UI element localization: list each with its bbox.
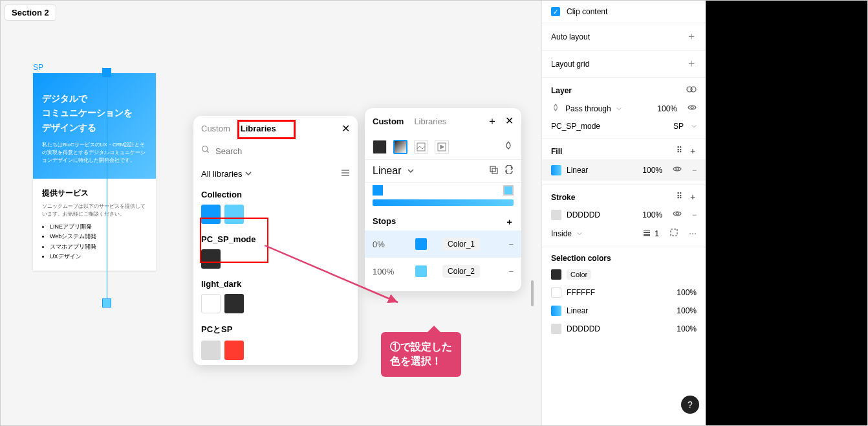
- search-input[interactable]: [215, 146, 350, 156]
- gradient-slider[interactable]: [365, 183, 521, 210]
- gradient-stop-right[interactable]: [503, 185, 514, 196]
- stop-name[interactable]: Color_1: [442, 238, 480, 251]
- hero-description: 私たちはBtoCサービスのUX・CRM設計とその実現を得意とするデジタルコミュニ…: [42, 141, 147, 164]
- lib-section-title: PCとSP: [201, 324, 350, 335]
- swatch[interactable]: [201, 294, 221, 313]
- section-tag[interactable]: Section 2: [5, 5, 56, 21]
- close-icon[interactable]: ✕: [342, 122, 350, 135]
- clip-content-row[interactable]: ✓ Clip content: [542, 1, 706, 23]
- body-section: 提供サービス ソニックムーブは以下のサービスを提供しています。お気軽にご相談くだ…: [33, 179, 156, 271]
- remove-stop-icon[interactable]: −: [508, 240, 514, 249]
- blend-mode-icon[interactable]: [503, 140, 514, 153]
- service-list: LINEアプリ開発 Webシステム開発 スマホアプリ開発 UXデザイン: [42, 222, 147, 262]
- visibility-icon[interactable]: [673, 164, 682, 175]
- fill-swatch[interactable]: [551, 165, 561, 175]
- sp-frame[interactable]: デジタルで コミュニケーションを デザインする 私たちはBtoCサービスのUX・…: [33, 73, 156, 271]
- selection-handle-bottom[interactable]: [102, 298, 111, 308]
- body-description: ソニックムーブは以下のサービスを提供しています。お気軽にご相談ください。: [42, 203, 147, 218]
- swatch[interactable]: [201, 205, 221, 224]
- color-swatch[interactable]: [551, 306, 561, 316]
- help-button[interactable]: ?: [681, 396, 699, 414]
- layer-section: Layer: [542, 78, 706, 99]
- selection-colors-section: Selection colors: [542, 247, 706, 265]
- scrollbar[interactable]: [531, 280, 534, 306]
- color-swatch[interactable]: [551, 287, 561, 298]
- swatch[interactable]: [201, 341, 221, 360]
- fill-section: Fill ⠿ ＋: [542, 139, 706, 159]
- gradient-type-row[interactable]: Linear: [365, 159, 521, 183]
- swatch[interactable]: [224, 341, 244, 360]
- gradient-stop-left[interactable]: [373, 185, 383, 196]
- lib-section-pcsp: PCとSP: [193, 319, 358, 365]
- selection-line: [107, 73, 107, 304]
- stroke-color-row[interactable]: DDDDDD 100% −: [542, 205, 706, 224]
- hero-title: デジタルで コミュニケーションを デザインする: [42, 91, 147, 135]
- styles-icon[interactable]: ⠿: [677, 192, 682, 203]
- tab-custom[interactable]: Custom: [373, 117, 404, 126]
- lib-section-title: Collection: [201, 190, 350, 199]
- blend-mode-row[interactable]: Pass through 100%: [542, 99, 706, 118]
- more-icon[interactable]: ⋯: [689, 229, 697, 238]
- color-swatch[interactable]: [551, 269, 561, 280]
- swatch[interactable]: [224, 205, 244, 224]
- stroke-sides-icon[interactable]: [669, 228, 678, 239]
- stroke-settings-row[interactable]: Inside 1 ⋯: [542, 224, 706, 243]
- selection-handle-top[interactable]: [102, 68, 111, 77]
- checkbox-checked-icon[interactable]: ✓: [551, 7, 560, 16]
- rotate-icon[interactable]: [489, 165, 498, 177]
- flip-icon[interactable]: [505, 165, 514, 177]
- stop-swatch[interactable]: [415, 265, 427, 277]
- visibility-icon[interactable]: [673, 209, 682, 220]
- stroke-swatch[interactable]: [551, 210, 561, 220]
- frame-label[interactable]: SP: [33, 63, 43, 72]
- libraries-panel[interactable]: Custom Libraries ✕ All libraries Collect…: [193, 116, 358, 365]
- layout-grid-row[interactable]: Layout grid ＋: [542, 50, 706, 78]
- lib-section-lightdark: light_dark: [193, 274, 358, 319]
- blend-mode-icon: [551, 103, 560, 114]
- video-fill-icon[interactable]: [435, 140, 449, 154]
- stop-item[interactable]: 0% Color_1 −: [365, 230, 521, 258]
- remove-stroke-icon[interactable]: −: [692, 210, 697, 219]
- filter-row[interactable]: All libraries: [193, 163, 358, 185]
- color-swatch[interactable]: [551, 324, 561, 334]
- selection-color-row[interactable]: DDDDDD 100%: [542, 320, 706, 338]
- stop-item[interactable]: 100% Color_2 −: [365, 258, 521, 285]
- gradient-preview: [373, 199, 514, 206]
- image-fill-icon[interactable]: [414, 140, 428, 154]
- selection-color-row[interactable]: Color: [542, 265, 706, 284]
- styles-icon[interactable]: ⠿: [677, 146, 682, 157]
- plus-icon[interactable]: ＋: [487, 115, 497, 128]
- gradient-panel[interactable]: Custom Libraries ＋ ✕ Linear: [365, 108, 521, 291]
- swatch[interactable]: [201, 249, 221, 269]
- plus-icon[interactable]: ＋: [686, 57, 697, 71]
- selection-color-row[interactable]: FFFFFF 100%: [542, 284, 706, 302]
- remove-fill-icon[interactable]: −: [692, 166, 697, 175]
- gradient-fill-icon[interactable]: [393, 140, 407, 154]
- list-view-icon[interactable]: [341, 168, 350, 179]
- plus-icon[interactable]: ＋: [689, 146, 697, 157]
- tab-libraries[interactable]: Libraries: [241, 124, 276, 133]
- visibility-icon[interactable]: [688, 103, 697, 114]
- plus-icon[interactable]: ＋: [689, 192, 697, 203]
- selection-color-row[interactable]: Linear 100%: [542, 302, 706, 320]
- lib-section-title: light_dark: [201, 279, 350, 289]
- stop-percent[interactable]: 100%: [373, 267, 400, 276]
- layer-settings-icon[interactable]: [686, 84, 697, 96]
- tab-custom[interactable]: Custom: [201, 124, 230, 133]
- search-row: [193, 141, 358, 163]
- auto-layout-row[interactable]: Auto layout ＋: [542, 23, 706, 50]
- stop-swatch[interactable]: [415, 238, 427, 250]
- close-icon[interactable]: ✕: [505, 115, 514, 128]
- solid-fill-icon[interactable]: [373, 140, 387, 154]
- stop-name[interactable]: Color_2: [442, 265, 480, 278]
- fill-row[interactable]: Linear 100% −: [542, 159, 706, 181]
- chevron-down-icon: [577, 229, 582, 238]
- swatch[interactable]: [224, 294, 244, 313]
- tab-libraries[interactable]: Libraries: [414, 117, 446, 126]
- add-stop-icon[interactable]: ＋: [505, 216, 514, 228]
- lib-section-collection: Collection: [193, 185, 358, 229]
- variable-mode-row[interactable]: PC_SP_mode SP: [542, 118, 706, 139]
- plus-icon[interactable]: ＋: [686, 30, 697, 43]
- remove-stop-icon[interactable]: −: [508, 267, 514, 276]
- stop-percent[interactable]: 0%: [373, 240, 400, 249]
